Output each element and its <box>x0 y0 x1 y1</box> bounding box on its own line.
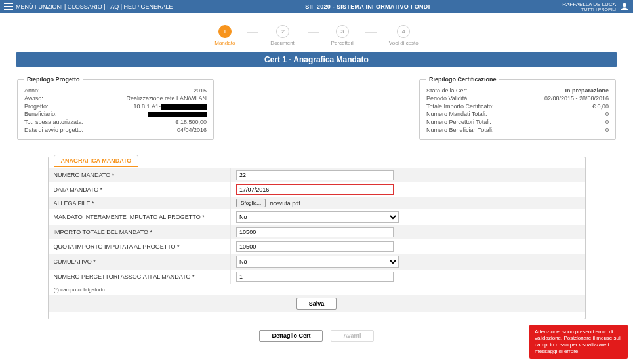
wizard-step-4[interactable]: 4 Voci di costo <box>389 25 419 46</box>
riepilogo-cert-legend: Riepilogo Certificazione <box>426 76 499 83</box>
validation-error-toast: Attenzione: sono presenti errori di vali… <box>529 325 628 359</box>
lp-v5: 04/04/2016 <box>177 127 207 133</box>
label-quota: QUOTA IMPORTO IMPUTATA AL PROGETTO * <box>49 239 231 254</box>
form-anagrafica-mandato: ANAGRAFICA MANDATO NUMERO MANDATO * DATA… <box>48 157 586 319</box>
riepilogo-certificazione: Riepilogo Certificazione Stato della Cer… <box>419 76 616 140</box>
wizard-sep <box>365 32 377 33</box>
rc-k1: Periodo Validità: <box>426 95 469 102</box>
label-data-mandato: DATA MANDATO * <box>49 182 231 197</box>
wizard-label-2: Documenti <box>270 40 295 46</box>
wizard-step-1[interactable]: 1 Mandato <box>214 25 235 46</box>
wizard-label-1: Mandato <box>214 40 235 46</box>
rc-v1: 02/08/2015 - 28/08/2016 <box>544 95 609 102</box>
label-num-percettori: NUMERO PERCETTORI ASSOCIATI AL MANDATO * <box>49 270 231 284</box>
topbar: MENÙ FUNZIONI | GLOSSARIO | FAQ | HELP G… <box>0 0 633 13</box>
label-numero-mandato: NUMERO MANDATO * <box>49 168 231 182</box>
page-title: Cert 1 - Anagrafica Mandato <box>16 52 617 67</box>
user-profiles: TUTTI I PROFILI <box>562 7 616 12</box>
label-importo-totale: IMPORTO TOTALE DEL MANDATO * <box>49 225 231 239</box>
rc-k4: Numero Percettori Totali: <box>426 119 491 125</box>
topbar-links[interactable]: MENÙ FUNZIONI | GLOSSARIO | FAQ | HELP G… <box>16 3 173 10</box>
svg-point-0 <box>623 3 626 7</box>
lp-v3 <box>148 111 207 117</box>
riepilogo-progetto-legend: Riepilogo Progetto <box>24 76 83 83</box>
lp-v1: Realizzazione rete LAN/WLAN <box>126 95 207 102</box>
browse-button[interactable]: Sfoglia... <box>236 199 266 207</box>
avanti-button: Avanti <box>331 330 373 342</box>
lp-k3: Beneficiario: <box>24 111 57 117</box>
lp-v4: € 18.500,00 <box>175 119 207 125</box>
rc-k3: Numero Mandati Totali: <box>426 111 487 117</box>
lp-k1: Avviso: <box>24 95 43 102</box>
rc-v2: € 0,00 <box>592 103 609 110</box>
hamburger-icon[interactable] <box>4 3 13 10</box>
input-importo-totale[interactable] <box>236 227 394 237</box>
lp-k5: Data di avvio progetto: <box>24 127 83 133</box>
wizard-sep <box>308 32 319 33</box>
note-obbligatorio: (*) campo obbligatorio <box>49 284 585 295</box>
wizard-circle-4: 4 <box>397 25 410 38</box>
rc-k2: Totale Importo Certificato: <box>426 103 494 110</box>
input-num-percettori[interactable] <box>236 272 394 282</box>
lp-v2: 10.8.1.A1- <box>133 103 207 110</box>
input-quota[interactable] <box>236 241 394 252</box>
tab-anagrafica-mandato[interactable]: ANAGRAFICA MANDATO <box>54 155 139 167</box>
wizard-label-3: Percettori <box>331 40 354 46</box>
wizard-label-4: Voci di costo <box>389 40 419 46</box>
lp-k0: Anno: <box>24 87 40 94</box>
wizard-circle-2: 2 <box>276 25 289 38</box>
rc-v4: 0 <box>605 119 609 125</box>
select-cumulativo[interactable]: No <box>236 256 399 268</box>
rc-k0: Stato della Cert. <box>426 87 469 94</box>
rc-v0: In preparazione <box>565 87 609 94</box>
wizard: 1 Mandato 2 Documenti 3 Percettori 4 Voc… <box>16 25 617 46</box>
label-cumulativo: CUMULATIVO * <box>49 254 231 270</box>
input-data-mandato[interactable] <box>236 184 394 195</box>
rc-k5: Numero Beneficiari Totali: <box>426 127 493 133</box>
wizard-circle-3: 3 <box>336 25 349 38</box>
user-name: RAFFAELLA DE LUCA <box>562 1 616 7</box>
wizard-sep <box>247 32 258 33</box>
input-numero-mandato[interactable] <box>236 170 394 180</box>
lp-k2: Progetto: <box>24 103 49 110</box>
riepilogo-progetto: Riepilogo Progetto Anno:2015 Avviso:Real… <box>17 76 214 140</box>
rc-v5: 0 <box>605 127 609 133</box>
label-allega-file: ALLEGA FILE * <box>49 197 231 209</box>
wizard-step-3[interactable]: 3 Percettori <box>331 25 354 46</box>
rc-v3: 0 <box>605 111 609 117</box>
app-title: SIF 2020 - SISTEMA INFORMATIVO FONDI <box>173 3 562 10</box>
dettaglio-cert-button[interactable]: Dettaglio Cert <box>259 330 323 342</box>
file-name: ricevuta.pdf <box>270 200 300 207</box>
label-interamente: MANDATO INTERAMENTE IMPUTATO AL PROGETTO… <box>49 209 231 225</box>
user-icon <box>620 2 629 11</box>
topbar-user[interactable]: RAFFAELLA DE LUCA TUTTI I PROFILI <box>562 1 629 12</box>
wizard-circle-1: 1 <box>218 25 232 38</box>
lp-k4: Tot. spesa autorizzata: <box>24 119 83 125</box>
lp-v0: 2015 <box>194 87 207 94</box>
select-interamente[interactable]: No <box>236 211 399 223</box>
wizard-step-2[interactable]: 2 Documenti <box>270 25 295 46</box>
topbar-left: MENÙ FUNZIONI | GLOSSARIO | FAQ | HELP G… <box>4 3 173 10</box>
save-button[interactable]: Salva <box>296 298 337 310</box>
